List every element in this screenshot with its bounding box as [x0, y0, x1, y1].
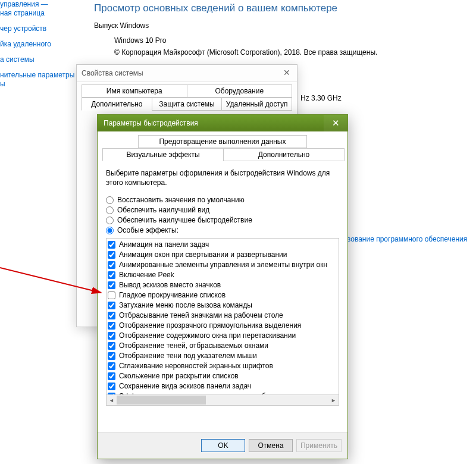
effect-item-3[interactable]: Включение Peek [108, 270, 337, 280]
radio-option-0[interactable]: Восстановить значения по умолчанию [106, 196, 339, 204]
tab-perf-advanced[interactable]: Дополнительно [223, 148, 345, 161]
radio-option-3[interactable]: Особые эффекты: [106, 226, 339, 234]
dialog-footer: OK Отмена Применить [98, 432, 347, 459]
effect-checkbox[interactable] [108, 383, 115, 390]
system-properties-titlebar[interactable]: Свойства системы ✕ [77, 65, 297, 82]
sidebar-title-line1: управления — [0, 0, 76, 9]
scroll-left-icon[interactable]: ◄ [107, 395, 117, 405]
cpu-freq-partial: Hz 3.30 GHz [300, 92, 342, 104]
effect-item-7[interactable]: Отбрасывание теней значками на рабочем с… [108, 311, 337, 321]
effect-item-4[interactable]: Вывод эскизов вместо значков [108, 280, 337, 290]
sidebar-item-remote-settings[interactable]: йка удаленного [0, 40, 76, 49]
performance-options-titlebar[interactable]: Параметры быстродействия ✕ [98, 115, 347, 131]
tab-dep[interactable]: Предотвращение выполнения данных [138, 135, 308, 148]
page-heading: Просмотр основных сведений о вашем компь… [94, 2, 475, 14]
effect-checkbox[interactable] [108, 281, 115, 289]
effect-label: Анимация на панели задач [119, 240, 209, 250]
effect-label: Отображение прозрачного прямоугольника в… [119, 321, 301, 331]
radio-input-2[interactable] [106, 217, 114, 224]
radio-label: Особые эффекты: [117, 226, 178, 234]
performance-options-dialog: Параметры быстродействия ✕ Предотвращени… [97, 114, 348, 459]
effect-label: Затухание меню после вызова команды [119, 300, 252, 311]
performance-options-title: Параметры быстродействия [104, 119, 198, 127]
radio-label: Обеспечить наилучшее быстродействие [117, 216, 252, 224]
effect-label: Гладкое прокручивание списков [119, 290, 226, 300]
effect-checkbox[interactable] [108, 322, 115, 330]
scroll-right-icon[interactable]: ► [328, 395, 339, 405]
effect-checkbox[interactable] [108, 251, 115, 259]
effect-item-1[interactable]: Анимация окон при свертывании и разверты… [108, 250, 337, 260]
effect-checkbox[interactable] [108, 362, 115, 370]
effect-checkbox[interactable] [108, 271, 115, 279]
effect-checkbox[interactable] [108, 291, 115, 299]
effect-item-5[interactable]: Гладкое прокручивание списков [108, 290, 337, 300]
effect-item-12[interactable]: Сглаживание неровностей экранных шрифтов [108, 361, 337, 371]
apply-button[interactable]: Применить [296, 439, 342, 452]
effect-label: Вывод эскизов вместо значков [119, 280, 221, 290]
control-panel-sidebar: управления — ная страница чер устройств … [0, 0, 76, 464]
effect-label: Анимация окон при свертывании и разверты… [119, 250, 287, 260]
effect-label: Сглаживание неровностей экранных шрифтов [119, 361, 273, 371]
cancel-button[interactable]: Отмена [249, 439, 293, 452]
effect-checkbox[interactable] [108, 352, 115, 360]
effect-item-9[interactable]: Отображение содержимого окна при перетас… [108, 331, 337, 341]
horizontal-scrollbar[interactable]: ◄ ► [107, 394, 339, 405]
effect-label: Отображение тени под указателем мыши [119, 351, 257, 361]
sidebar-item-system-protection[interactable]: а системы [0, 55, 76, 64]
sidebar-item-advanced[interactable]: нительные параметры ы [0, 71, 76, 89]
effect-checkbox[interactable] [108, 342, 115, 350]
ok-button[interactable]: OK [201, 439, 245, 452]
tab-computer-name[interactable]: Имя компьютера [82, 84, 187, 98]
close-icon[interactable]: ✕ [279, 66, 295, 79]
close-icon[interactable]: ✕ [324, 115, 347, 131]
radio-label: Обеспечить наилучший вид [117, 206, 209, 214]
effect-item-2[interactable]: Анимированные элементы управления и элем… [108, 260, 337, 270]
effect-item-8[interactable]: Отображение прозрачного прямоугольника в… [108, 321, 337, 331]
system-info-panel: Просмотр основных сведений о вашем компь… [94, 0, 475, 58]
effect-checkbox[interactable] [108, 332, 115, 340]
visual-effects-intro: Выберите параметры оформления и быстроде… [106, 168, 339, 187]
effect-item-11[interactable]: Отображение тени под указателем мыши [108, 351, 337, 361]
radio-input-0[interactable] [106, 196, 114, 204]
sidebar-title-line2: ная страница [0, 9, 76, 18]
radio-option-1[interactable]: Обеспечить наилучший вид [106, 206, 339, 214]
radio-option-2[interactable]: Обеспечить наилучшее быстродействие [106, 216, 339, 224]
radio-label: Восстановить значения по умолчанию [117, 196, 245, 204]
effect-checkbox[interactable] [108, 302, 115, 309]
effect-checkbox[interactable] [108, 372, 115, 380]
effect-label: Отображение содержимого окна при перетас… [119, 331, 296, 341]
effect-item-6[interactable]: Затухание меню после вызова команды [108, 300, 337, 311]
effect-label: Включение Peek [119, 270, 174, 280]
effect-label: Отображение теней, отбрасываемых окнами [119, 341, 268, 351]
system-properties-title: Свойства системы [82, 69, 143, 77]
scroll-thumb[interactable] [117, 396, 206, 405]
effect-label: Сохранение вида эскизов панели задач [119, 381, 251, 391]
effects-list: Анимация на панели задачАнимация окон пр… [106, 238, 339, 406]
effect-item-10[interactable]: Отображение теней, отбрасываемых окнами [108, 341, 337, 351]
sidebar-item-device-manager[interactable]: чер устройств [0, 24, 76, 33]
tab-remote[interactable]: Удаленный доступ [221, 98, 292, 111]
tab-advanced[interactable]: Дополнительно [82, 98, 152, 111]
effect-label: Скольжение при раскрытии списков [119, 371, 239, 381]
effect-label: Анимированные элементы управления и элем… [119, 260, 327, 270]
radio-input-3[interactable] [106, 227, 114, 234]
effect-label: Отбрасывание теней значками на рабочем с… [119, 311, 283, 321]
radio-input-1[interactable] [106, 206, 114, 214]
tab-system-protection[interactable]: Защита системы [152, 98, 223, 111]
windows-copyright: © Корпорация Майкрософт (Microsoft Corpo… [114, 46, 475, 58]
effect-checkbox[interactable] [108, 312, 115, 319]
effect-item-0[interactable]: Анимация на панели задач [108, 240, 337, 250]
effect-checkbox[interactable] [108, 241, 115, 249]
windows-edition-label: Выпуск Windows [94, 21, 475, 30]
windows-edition-value: Windows 10 Pro [114, 35, 475, 46]
effect-item-13[interactable]: Скольжение при раскрытии списков [108, 371, 337, 381]
tab-hardware[interactable]: Оборудование [187, 84, 293, 98]
effect-checkbox[interactable] [108, 261, 115, 269]
effect-item-14[interactable]: Сохранение вида эскизов панели задач [108, 381, 337, 391]
tab-visual-effects[interactable]: Визуальные эффекты [102, 148, 224, 161]
